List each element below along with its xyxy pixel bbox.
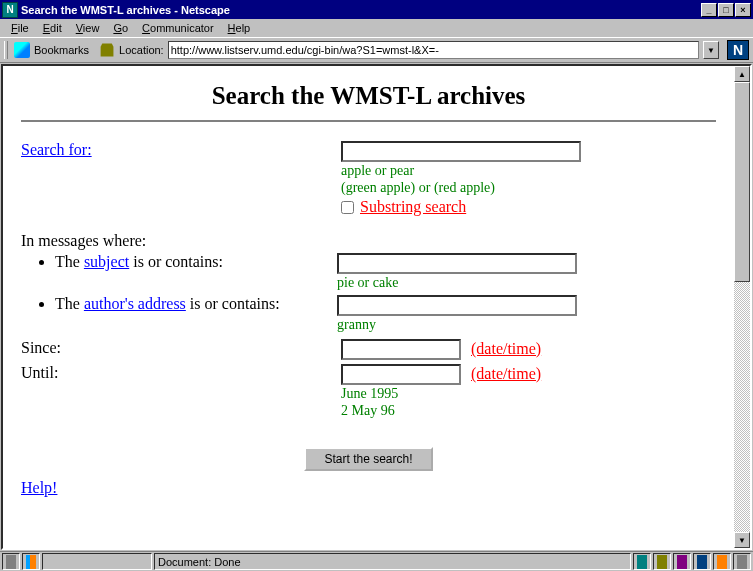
until-input[interactable] (341, 364, 461, 385)
author-suffix: is or contains: (186, 295, 280, 312)
titlebar: N Search the WMST-L archives - Netscape … (0, 0, 753, 19)
status-progress (42, 553, 152, 570)
until-datetime-link[interactable]: (date/time) (471, 365, 541, 382)
menu-go[interactable]: Go (106, 21, 135, 35)
location-label: Location: (119, 44, 164, 56)
message-criteria-list: The subject is or contains: pie or cake … (21, 253, 716, 333)
menu-edit[interactable]: Edit (36, 21, 69, 35)
status-component-5-icon[interactable] (713, 553, 731, 570)
search-for-row: Search for: apple or pear (green apple) … (21, 141, 716, 216)
search-for-input[interactable] (341, 141, 581, 162)
maximize-button[interactable]: □ (718, 3, 734, 17)
statusbar: Document: Done (0, 551, 753, 571)
close-button[interactable]: × (735, 3, 751, 17)
submit-row: Start the search! (21, 447, 716, 471)
location-icon[interactable] (99, 42, 115, 58)
vertical-scrollbar[interactable]: ▲ ▼ (734, 66, 750, 548)
date-hint-2: 2 May 96 (341, 403, 716, 419)
since-datetime-link[interactable]: (date/time) (471, 340, 541, 357)
subject-link[interactable]: subject (84, 253, 129, 270)
search-form: Search for: apple or pear (green apple) … (21, 141, 716, 497)
until-row: Until: (date/time) June 1995 2 May 96 (21, 364, 716, 419)
search-hint-1: apple or pear (341, 163, 716, 179)
subject-prefix: The (55, 253, 84, 270)
toolbar-grip[interactable] (4, 41, 8, 59)
since-label: Since: (21, 339, 61, 356)
status-text: Document: Done (154, 553, 631, 570)
search-hint-2: (green apple) or (red apple) (341, 180, 716, 196)
scroll-thumb[interactable] (734, 82, 750, 282)
since-input[interactable] (341, 339, 461, 360)
netscape-logo[interactable]: N (727, 40, 749, 60)
menu-view[interactable]: View (69, 21, 107, 35)
status-security-icon[interactable] (2, 553, 20, 570)
url-dropdown-button[interactable]: ▼ (703, 41, 719, 59)
viewport: Search the WMST-L archives Search for: a… (1, 64, 752, 550)
status-component-1-icon[interactable] (633, 553, 651, 570)
author-hint: granny (337, 317, 716, 333)
substring-link[interactable]: Substring search (360, 198, 466, 216)
location-toolbar: Bookmarks Location: ▼ N (0, 37, 753, 63)
in-messages-label: In messages where: (21, 232, 716, 250)
url-input[interactable] (168, 41, 699, 59)
start-search-button[interactable]: Start the search! (304, 447, 432, 471)
bookmarks-icon[interactable] (14, 42, 30, 58)
page-content: Search the WMST-L archives Search for: a… (3, 66, 734, 548)
date-hint-1: June 1995 (341, 386, 716, 402)
menu-communicator[interactable]: Communicator (135, 21, 221, 35)
author-input[interactable] (337, 295, 577, 316)
subject-hint: pie or cake (337, 275, 716, 291)
since-row: Since: (date/time) (21, 339, 716, 360)
author-link[interactable]: author's address (84, 295, 186, 312)
menubar: File Edit View Go Communicator Help (0, 19, 753, 37)
help-link[interactable]: Help! (21, 479, 57, 496)
subject-suffix: is or contains: (129, 253, 223, 270)
author-prefix: The (55, 295, 84, 312)
subject-row: The subject is or contains: pie or cake (55, 253, 716, 291)
horizontal-rule (21, 120, 716, 123)
window-buttons: _ □ × (700, 3, 751, 17)
author-row: The author's address is or contains: gra… (55, 295, 716, 333)
substring-checkbox[interactable] (341, 201, 354, 214)
status-component-6-icon[interactable] (733, 553, 751, 570)
menu-file[interactable]: File (4, 21, 36, 35)
window-title: Search the WMST-L archives - Netscape (21, 4, 700, 16)
search-for-link[interactable]: Search for: (21, 141, 92, 158)
scroll-track[interactable] (734, 282, 750, 532)
status-component-4-icon[interactable] (693, 553, 711, 570)
page-title: Search the WMST-L archives (21, 82, 716, 110)
status-component-2-icon[interactable] (653, 553, 671, 570)
until-label: Until: (21, 364, 58, 381)
status-nav-icon[interactable] (22, 553, 40, 570)
minimize-button[interactable]: _ (701, 3, 717, 17)
status-component-3-icon[interactable] (673, 553, 691, 570)
subject-input[interactable] (337, 253, 577, 274)
app-icon: N (2, 2, 18, 18)
menu-help[interactable]: Help (221, 21, 258, 35)
bookmarks-label[interactable]: Bookmarks (34, 44, 89, 56)
scroll-up-button[interactable]: ▲ (734, 66, 750, 82)
scroll-down-button[interactable]: ▼ (734, 532, 750, 548)
